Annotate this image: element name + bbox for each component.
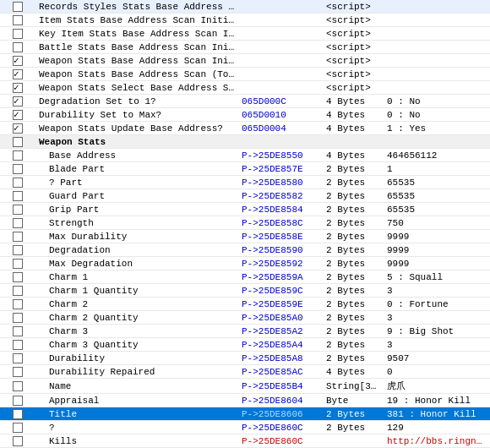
table-row[interactable]: Weapon Stats Base Address Scan Initializ…	[0, 54, 490, 68]
active-cell[interactable]	[0, 394, 35, 407]
active-cell[interactable]	[0, 108, 35, 122]
table-row[interactable]: Base AddressP->25DE85504 Bytes464656112	[0, 149, 490, 162]
table-row[interactable]: TitleP->25DE86062 Bytes381 : Honor Kill	[0, 407, 490, 421]
active-cell[interactable]	[0, 0, 35, 14]
table-row[interactable]: NameP->25DE85B4String[32]虎爪	[0, 379, 490, 394]
active-cell[interactable]	[0, 95, 35, 108]
table-row[interactable]: Battle Stats Base Address Scan Initializ…	[0, 41, 490, 54]
table-row[interactable]: Item Stats Base Address Scan Initializat…	[0, 14, 490, 27]
table-row[interactable]: DegradationP->25DE85902 Bytes9999	[0, 243, 490, 257]
checkbox[interactable]	[13, 286, 23, 296]
checkbox[interactable]	[13, 137, 23, 147]
table-row[interactable]: Charm 3P->25DE85A22 Bytes9 : Big Shot	[0, 325, 490, 338]
checkbox[interactable]	[13, 326, 23, 336]
checkbox[interactable]	[13, 313, 23, 323]
table-row[interactable]: Max DurabilityP->25DE858E2 Bytes9999	[0, 230, 490, 243]
checkbox[interactable]	[13, 191, 23, 201]
table-row[interactable]: ? PartP->25DE85802 Bytes65535	[0, 176, 490, 189]
checkbox[interactable]	[13, 164, 23, 174]
checkbox[interactable]	[13, 2, 23, 12]
checkbox[interactable]	[13, 381, 23, 391]
active-cell[interactable]	[0, 54, 35, 68]
checkbox[interactable]	[13, 272, 23, 282]
checkbox[interactable]	[13, 423, 23, 433]
checkbox[interactable]	[13, 29, 23, 39]
checkbox[interactable]	[13, 83, 23, 93]
table-row[interactable]: Guard PartP->25DE85822 Bytes65535	[0, 189, 490, 203]
checkbox[interactable]	[13, 42, 23, 52]
checkbox[interactable]	[13, 56, 23, 66]
main-table-container[interactable]: Records Styles Stats Base Address Scan I…	[0, 0, 490, 448]
active-cell[interactable]	[0, 189, 35, 203]
table-row[interactable]: KillsP->25DE860Chttp://bbs.ringname.com	[0, 434, 490, 448]
active-cell[interactable]	[0, 284, 35, 298]
table-row[interactable]: Records Styles Stats Base Address Scan I…	[0, 0, 490, 14]
checkbox[interactable]	[13, 245, 23, 255]
checkbox[interactable]	[13, 218, 23, 228]
table-row[interactable]: StrengthP->25DE858C2 Bytes750	[0, 216, 490, 230]
active-cell[interactable]	[0, 135, 35, 149]
table-row[interactable]: Charm 2P->25DE859E2 Bytes0 : Fortune	[0, 298, 490, 311]
active-cell[interactable]	[0, 421, 35, 434]
checkbox[interactable]	[13, 232, 23, 242]
active-cell[interactable]	[0, 27, 35, 41]
active-cell[interactable]	[0, 352, 35, 365]
active-cell[interactable]	[0, 243, 35, 257]
active-cell[interactable]	[0, 257, 35, 270]
table-row[interactable]: Durability Set to Max?065D00104 Bytes0 :…	[0, 108, 490, 122]
table-row[interactable]: Weapon Stats	[0, 135, 490, 149]
table-row[interactable]: Blade PartP->25DE857E2 Bytes1	[0, 162, 490, 176]
checkbox[interactable]	[13, 150, 23, 161]
active-cell[interactable]	[0, 365, 35, 379]
active-cell[interactable]	[0, 298, 35, 311]
active-cell[interactable]	[0, 270, 35, 284]
checkbox[interactable]	[13, 96, 23, 107]
active-cell[interactable]	[0, 176, 35, 189]
checkbox[interactable]	[13, 353, 23, 363]
active-cell[interactable]	[0, 14, 35, 27]
checkbox[interactable]	[13, 340, 23, 350]
checkbox[interactable]	[13, 409, 23, 419]
table-row[interactable]: Charm 2 QuantityP->25DE85A02 Bytes3	[0, 311, 490, 325]
checkbox[interactable]	[13, 396, 23, 406]
table-row[interactable]: Charm 1 QuantityP->25DE859C2 Bytes3	[0, 284, 490, 298]
table-row[interactable]: Degradation Set to 1?065D000C4 Bytes0 : …	[0, 95, 490, 108]
checkbox[interactable]	[13, 110, 23, 120]
table-row[interactable]: Weapon Stats Select Base Address Scan (T…	[0, 81, 490, 95]
table-row[interactable]: ?P->25DE860C2 Bytes129	[0, 421, 490, 434]
table-row[interactable]: Charm 1P->25DE859A2 Bytes5 : Squall	[0, 270, 490, 284]
active-cell[interactable]	[0, 162, 35, 176]
active-cell[interactable]	[0, 216, 35, 230]
checkbox[interactable]	[13, 367, 23, 377]
active-cell[interactable]	[0, 81, 35, 95]
table-row[interactable]: Max DegradationP->25DE85922 Bytes9999	[0, 257, 490, 270]
active-cell[interactable]	[0, 122, 35, 135]
table-row[interactable]: Grip PartP->25DE85842 Bytes65535	[0, 203, 490, 216]
table-row[interactable]: Weapon Stats Update Base Address?065D000…	[0, 122, 490, 135]
checkbox[interactable]	[13, 436, 23, 446]
checkbox[interactable]	[13, 205, 23, 215]
active-cell[interactable]	[0, 41, 35, 54]
table-row[interactable]: AppraisalP->25DE8604Byte19 : Honor Kill	[0, 394, 490, 407]
table-row[interactable]: Charm 3 QuantityP->25DE85A42 Bytes3	[0, 338, 490, 352]
active-cell[interactable]	[0, 230, 35, 243]
table-row[interactable]: Durability RepairedP->25DE85AC4 Bytes0	[0, 365, 490, 379]
active-cell[interactable]	[0, 407, 35, 421]
checkbox[interactable]	[13, 123, 23, 134]
checkbox[interactable]	[13, 15, 23, 25]
active-cell[interactable]	[0, 68, 35, 81]
checkbox[interactable]	[13, 69, 23, 79]
active-cell[interactable]	[0, 434, 35, 448]
active-cell[interactable]	[0, 325, 35, 338]
active-cell[interactable]	[0, 203, 35, 216]
active-cell[interactable]	[0, 149, 35, 162]
checkbox[interactable]	[13, 178, 23, 188]
active-cell[interactable]	[0, 338, 35, 352]
table-row[interactable]: Weapon Stats Base Address Scan (To Updat…	[0, 68, 490, 81]
checkbox[interactable]	[13, 299, 23, 309]
table-row[interactable]: DurabilityP->25DE85A82 Bytes9507	[0, 352, 490, 365]
active-cell[interactable]	[0, 311, 35, 325]
active-cell[interactable]	[0, 379, 35, 394]
checkbox[interactable]	[13, 259, 23, 269]
table-row[interactable]: Key Item Stats Base Address Scan Initial…	[0, 27, 490, 41]
